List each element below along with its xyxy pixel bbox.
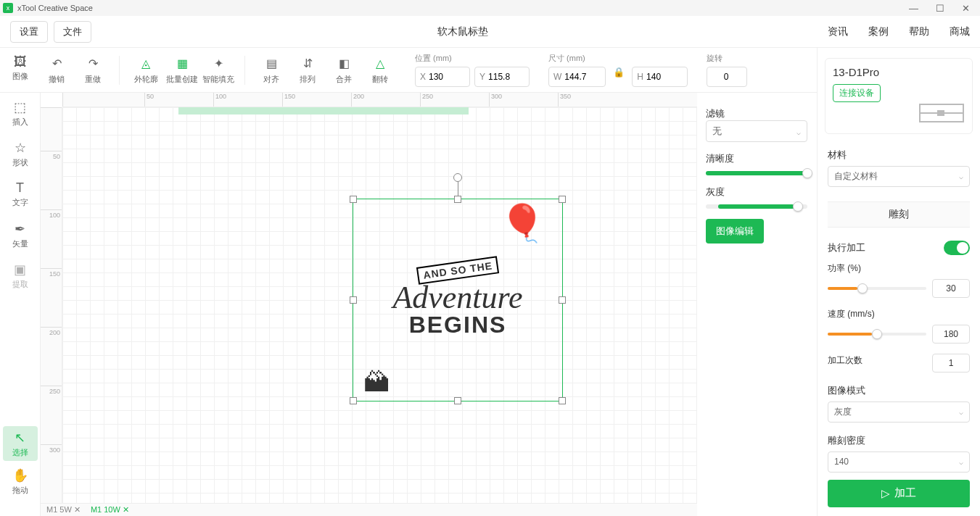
arrange-icon: ⇵ <box>300 55 316 71</box>
align-icon: ▤ <box>263 55 279 71</box>
sharpness-label: 清晰度 <box>706 152 807 165</box>
filter-select[interactable]: 无 <box>706 120 807 142</box>
passes-value[interactable]: 1 <box>932 354 970 373</box>
svg-rect-2 <box>937 110 944 116</box>
mountain-icon: 🏔 <box>363 367 390 398</box>
nav-news[interactable]: 资讯 <box>828 25 848 38</box>
speed-slider[interactable] <box>828 333 926 336</box>
ruler-horizontal: 50 100 150 200 250 300 350 <box>62 93 697 107</box>
app-icon: x <box>3 3 13 13</box>
resize-handle-e[interactable] <box>559 296 566 304</box>
canvas-artwork[interactable]: 🎈 AND SO THE Adventure BEGINS 🏔 <box>356 202 559 398</box>
power-slider[interactable] <box>828 287 926 290</box>
grid-icon: ▦ <box>174 55 190 71</box>
outline-button[interactable]: ◬外轮廓 <box>130 55 162 85</box>
image-adjust-panel: 滤镜 无 清晰度 灰度 图像编辑 <box>706 107 807 244</box>
redo-button[interactable]: ↷重做 <box>77 55 109 85</box>
flip-icon: △ <box>372 55 388 71</box>
image-edit-button[interactable]: 图像编辑 <box>706 219 764 244</box>
nav-store[interactable]: 商城 <box>950 25 970 38</box>
resize-handle-s[interactable] <box>454 397 461 404</box>
process-toggle[interactable] <box>944 241 970 255</box>
menubar: 设置 文件 软木鼠标垫 资讯 案例 帮助 商城 <box>0 16 980 48</box>
insert-icon: ⬚ <box>14 99 26 115</box>
sidebar-extract[interactable]: ▣提取 <box>3 258 38 293</box>
image-mode-label: 图像模式 <box>818 380 980 401</box>
maximize-icon[interactable]: ☐ <box>936 3 944 14</box>
shape-icon: ☆ <box>15 140 26 156</box>
resize-handle-ne[interactable] <box>559 196 566 203</box>
wand-icon: ✦ <box>210 55 226 71</box>
pen-icon: ✒ <box>15 221 25 237</box>
sidebar-select[interactable]: ↖选择 <box>3 426 38 461</box>
resize-handle-se[interactable] <box>559 397 566 404</box>
speed-value[interactable]: 180 <box>932 325 970 344</box>
device-icon <box>917 99 966 128</box>
combine-button[interactable]: ◧合并 <box>328 55 360 85</box>
process-button[interactable]: ▷ 加工 <box>828 480 970 507</box>
image-mode-select[interactable]: 灰度 <box>828 401 970 423</box>
close-icon[interactable]: ✕ <box>962 3 970 14</box>
art-sub-text: BEGINS <box>409 312 507 338</box>
sidebar-image[interactable]: 🖼图像 <box>3 51 38 86</box>
canvas-area[interactable]: 50 100 150 200 250 300 350 50 100 150 20… <box>41 93 697 503</box>
ruler-vertical: 50 100 150 200 250 300 <box>41 107 62 503</box>
undo-button[interactable]: ↶撤销 <box>41 55 73 85</box>
sharpness-slider[interactable] <box>706 171 807 175</box>
batch-button[interactable]: ▦批量创建 <box>166 55 198 85</box>
selection-bounds[interactable]: 🎈 AND SO THE Adventure BEGINS 🏔 <box>353 199 563 401</box>
w-input[interactable]: W <box>548 67 606 87</box>
minimize-icon[interactable]: — <box>909 3 918 14</box>
size-label: 尺寸 (mm) <box>548 53 688 64</box>
sidebar-vector[interactable]: ✒矢量 <box>3 217 38 252</box>
passes-label: 加工次数 <box>828 354 926 367</box>
density-label: 雕刻密度 <box>818 430 980 452</box>
lock-icon[interactable]: 🔒 <box>610 67 627 87</box>
app-title: xTool Creative Space <box>17 4 93 12</box>
combine-icon: ◧ <box>336 55 352 71</box>
sidebar-drag[interactable]: ✋拖动 <box>3 464 38 499</box>
device-card: 13-D1Pro 连接设备 <box>825 58 973 134</box>
canvas-grid[interactable]: 🎈 AND SO THE Adventure BEGINS 🏔 <box>62 107 697 503</box>
grayscale-slider[interactable] <box>706 204 807 209</box>
tab-m1-10w[interactable]: M1 10W ✕ <box>91 505 129 515</box>
smartfill-button[interactable]: ✦智能填充 <box>202 55 234 85</box>
sidebar-insert[interactable]: ⬚插入 <box>3 96 38 130</box>
power-value[interactable]: 30 <box>932 279 970 298</box>
chevron-down-icon <box>796 126 801 137</box>
arrange-button[interactable]: ⇵排列 <box>292 55 324 85</box>
connect-device-button[interactable]: 连接设备 <box>833 84 881 102</box>
rotation-input[interactable] <box>707 67 747 87</box>
right-panel: 13-D1Pro 连接设备 材料 自定义材料 雕刻 执行加工 功率 (%) 30… <box>817 48 980 516</box>
h-input[interactable]: H <box>632 67 688 87</box>
nav-cases[interactable]: 案例 <box>868 25 889 38</box>
bottom-tabs: M1 5W ✕ M1 10W ✕ <box>41 503 697 516</box>
sidebar-text[interactable]: T文字 <box>3 177 38 212</box>
device-name: 13-D1Pro <box>833 66 965 78</box>
tab-m1-5w[interactable]: M1 5W ✕ <box>46 505 81 515</box>
outline-icon: ◬ <box>138 55 154 71</box>
y-input[interactable]: Y <box>474 67 530 87</box>
file-button[interactable]: 文件 <box>54 21 91 43</box>
align-button[interactable]: ▤对齐 <box>255 55 287 85</box>
density-select[interactable]: 140 <box>828 452 970 473</box>
rotation-label: 旋转 <box>707 53 747 64</box>
engrave-tab[interactable]: 雕刻 <box>828 201 970 228</box>
redo-icon: ↷ <box>85 55 101 71</box>
window-titlebar: x xTool Creative Space — ☐ ✕ <box>0 0 980 16</box>
nav-help[interactable]: 帮助 <box>909 25 929 38</box>
cursor-icon: ↖ <box>15 430 25 446</box>
speed-label: 速度 (mm/s) <box>828 308 970 320</box>
rotate-handle[interactable] <box>453 173 462 182</box>
resize-handle-sw[interactable] <box>350 397 357 404</box>
sidebar-shape[interactable]: ☆形状 <box>3 136 38 171</box>
x-input[interactable]: X <box>415 67 470 87</box>
process-label: 执行加工 <box>828 241 865 254</box>
material-select[interactable]: 自定义材料 <box>828 166 970 187</box>
chevron-down-icon <box>959 457 963 467</box>
settings-button[interactable]: 设置 <box>10 21 48 43</box>
image-icon: 🖼 <box>14 54 27 70</box>
hand-icon: ✋ <box>12 467 28 483</box>
play-icon: ▷ <box>881 487 890 500</box>
flip-button[interactable]: △翻转 <box>364 55 396 85</box>
